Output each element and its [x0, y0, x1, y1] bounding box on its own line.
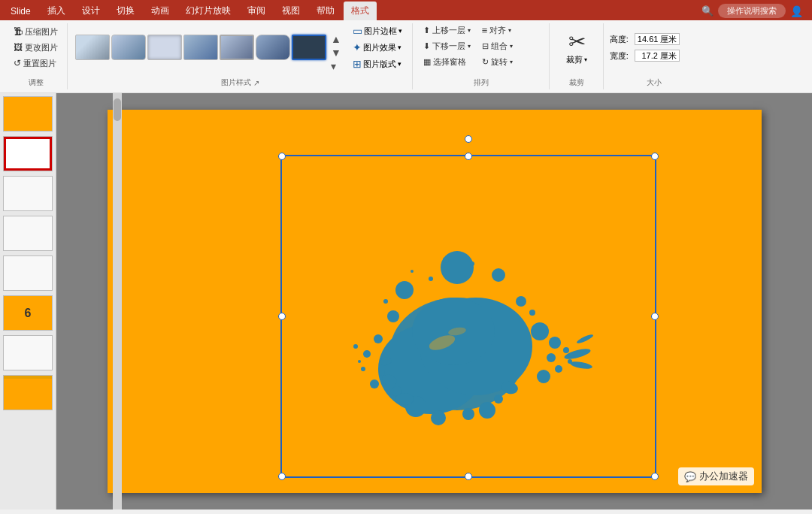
tab-animation[interactable]: 动画 — [144, 2, 177, 20]
effects-icon: ✦ — [353, 41, 362, 53]
width-label: 宽度: — [610, 50, 632, 62]
picture-style-7-active[interactable] — [292, 35, 326, 60]
canvas-area[interactable]: 💬 办公加速器 — [56, 93, 812, 509]
send-backward-button[interactable]: ⬇ 下移一层 ▾ — [419, 39, 475, 53]
picture-style-4[interactable] — [183, 35, 218, 60]
slide-thumb-5[interactable] — [3, 255, 53, 291]
picture-border-button[interactable]: ▭ 图片边框 ▾ — [349, 23, 406, 38]
rotate-button[interactable]: ↻ 旋转 ▾ — [477, 55, 517, 69]
slide-thumb-2[interactable] — [3, 136, 53, 171]
svg-point-9 — [374, 334, 383, 343]
handle-bottom-right[interactable] — [651, 473, 659, 480]
picture-style-3[interactable] — [147, 35, 182, 60]
svg-point-17 — [555, 365, 562, 373]
bring-forward-button[interactable]: ⬆ 上移一层 ▾ — [419, 23, 475, 38]
group-arrow[interactable]: ▾ — [510, 43, 513, 50]
svg-point-18 — [537, 370, 550, 383]
slide-thumb-7[interactable] — [3, 335, 53, 370]
slide-5-content — [4, 256, 52, 290]
arrange-group: ⬆ 上移一层 ▾ ⬇ 下移一层 ▾ ▦ 选择窗格 — [414, 23, 550, 89]
svg-point-4 — [441, 251, 474, 284]
crop-label: 裁剪 — [551, 77, 603, 88]
slide-1-content — [4, 97, 52, 131]
layout-dropdown-arrow[interactable]: ▾ — [398, 60, 401, 68]
slide-thumb-4[interactable] — [3, 216, 53, 251]
tab-transition[interactable]: 切换 — [109, 2, 142, 20]
picture-style-2[interactable] — [111, 35, 146, 60]
align-button[interactable]: ≡ 对齐 ▾ — [477, 23, 517, 38]
svg-point-16 — [547, 353, 556, 362]
svg-point-26 — [411, 270, 414, 273]
watermark-text: 办公加速器 — [699, 470, 748, 483]
svg-point-7 — [387, 310, 399, 322]
svg-point-10 — [363, 350, 371, 358]
picture-options-buttons: ▭ 图片边框 ▾ ✦ 图片效果 ▾ ⊞ 图片版式 ▾ — [349, 23, 406, 71]
svg-point-36 — [575, 333, 593, 345]
search-box[interactable]: 操作说明搜索 — [718, 4, 786, 18]
send-backward-icon: ⬇ — [423, 41, 430, 51]
picture-styles-content: ▲ ▼ ▾ ▭ 图片边框 ▾ ✦ 图片效果 ▾ — [75, 23, 406, 79]
border-dropdown-arrow[interactable]: ▾ — [398, 27, 402, 35]
rotate-handle[interactable] — [465, 135, 472, 143]
crop-icon: ✂ — [568, 29, 586, 54]
bring-forward-arrow[interactable]: ▾ — [468, 27, 471, 34]
slide-thumb-6[interactable]: 6 — [3, 295, 53, 331]
group-button[interactable]: ⊟ 组合 ▾ — [477, 39, 517, 53]
picture-styles-expand-icon[interactable]: ↗ — [253, 79, 259, 87]
crop-content: ✂ 裁剪 ▾ — [556, 23, 598, 79]
tab-insert[interactable]: 插入 — [40, 2, 73, 20]
picture-style-6[interactable] — [256, 35, 290, 60]
width-input[interactable] — [635, 50, 680, 62]
send-backward-arrow[interactable]: ▾ — [468, 43, 471, 50]
tab-slide[interactable]: Slide — [3, 3, 38, 20]
arrange-left-buttons: ⬆ 上移一层 ▾ ⬇ 下移一层 ▾ ▦ 选择窗格 — [419, 23, 475, 69]
vertical-scrollbar[interactable] — [113, 93, 122, 509]
slide-thumb-container-8 — [3, 375, 53, 410]
picture-style-5[interactable] — [220, 35, 254, 60]
tab-help[interactable]: 帮助 — [309, 2, 342, 20]
height-input[interactable] — [635, 33, 680, 45]
compress-picture-button[interactable]: 🗜 压缩图片 — [9, 25, 62, 39]
picture-styles-label: 图片样式 ↗ — [69, 77, 412, 88]
tab-slideshow[interactable]: 幻灯片放映 — [178, 2, 238, 20]
crop-group: ✂ 裁剪 ▾ 裁剪 — [551, 23, 604, 89]
picture-layout-button[interactable]: ⊞ 图片版式 ▾ — [349, 56, 406, 71]
adjust-buttons: 🗜 压缩图片 🖼 更改图片 ↺ 重置图片 — [9, 23, 62, 79]
rotate-icon: ↻ — [482, 57, 489, 67]
slide-thumb-1[interactable] — [3, 96, 53, 132]
style-scroll-down[interactable]: ▼ — [329, 46, 343, 59]
style-scroll-up[interactable]: ▲ — [329, 32, 343, 46]
style-expand[interactable]: ▾ — [329, 59, 343, 73]
align-arrow[interactable]: ▾ — [508, 27, 511, 34]
align-icon: ≡ — [482, 25, 488, 36]
tab-design[interactable]: 设计 — [74, 2, 108, 20]
handle-middle-right[interactable] — [651, 313, 659, 320]
wechat-icon: 💬 — [684, 471, 696, 482]
tab-view[interactable]: 视图 — [274, 2, 308, 20]
user-icon: 👤 — [790, 5, 803, 17]
slide-thumb-container-4 — [3, 216, 53, 251]
ribbon: Slide 插入 设计 切换 动画 幻灯片放映 审阅 视图 帮助 格式 🔍 操作… — [0, 0, 812, 93]
tab-review[interactable]: 审阅 — [240, 2, 273, 20]
handle-top-right[interactable] — [651, 153, 659, 160]
slide-thumb-8[interactable] — [3, 375, 53, 410]
rotate-arrow[interactable]: ▾ — [510, 59, 513, 65]
crop-button[interactable]: ✂ 裁剪 ▾ — [563, 26, 590, 68]
ribbon-tabs: Slide 插入 设计 切换 动画 幻灯片放映 审阅 视图 帮助 格式 🔍 操作… — [0, 0, 812, 20]
crop-dropdown-arrow[interactable]: ▾ — [584, 56, 587, 63]
size-group: 高度: 宽度: 大小 — [605, 23, 703, 89]
border-icon: ▭ — [353, 25, 362, 37]
change-picture-button[interactable]: 🖼 更改图片 — [9, 41, 62, 55]
effects-dropdown-arrow[interactable]: ▾ — [398, 44, 401, 51]
svg-point-24 — [494, 395, 503, 404]
slide-thumb-3[interactable] — [3, 176, 53, 211]
selection-pane-button[interactable]: ▦ 选择窗格 — [419, 55, 475, 69]
reset-picture-button[interactable]: ↺ 重置图片 — [9, 56, 62, 71]
slide-4-content — [4, 216, 52, 250]
picture-effects-button[interactable]: ✦ 图片效果 ▾ — [349, 40, 406, 55]
picture-style-1[interactable] — [75, 35, 110, 60]
tab-format[interactable]: 格式 — [344, 2, 377, 20]
height-row: 高度: — [610, 33, 698, 45]
scrollbar-thumb[interactable] — [114, 98, 121, 121]
svg-point-11 — [379, 370, 385, 376]
